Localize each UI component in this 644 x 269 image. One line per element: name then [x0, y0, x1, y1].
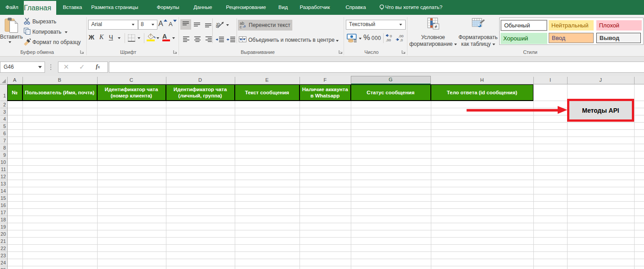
svg-text:,00: ,00 [398, 34, 404, 38]
svg-text:,00: ,00 [386, 38, 391, 42]
svg-text:≠: ≠ [434, 24, 437, 29]
svg-text:,0: ,0 [400, 38, 403, 42]
svg-text:c: c [240, 25, 242, 29]
svg-text:0: 0 [390, 34, 392, 38]
